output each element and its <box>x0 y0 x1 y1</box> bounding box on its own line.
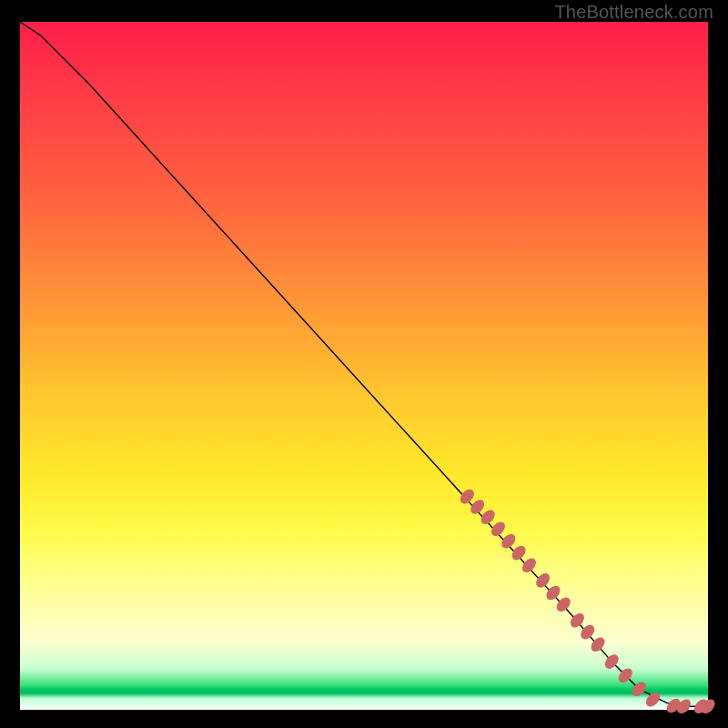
data-marker <box>489 519 508 538</box>
data-marker <box>499 531 518 551</box>
data-marker <box>543 583 562 602</box>
data-marker <box>510 543 529 562</box>
curve-line <box>20 22 708 706</box>
curve-svg <box>20 22 708 710</box>
chart-frame: TheBottleneck.com <box>0 0 728 728</box>
markers-group <box>458 487 718 716</box>
attribution-label: TheBottleneck.com <box>554 2 713 23</box>
plot-area <box>20 22 708 710</box>
data-marker <box>533 571 552 590</box>
data-marker <box>520 555 539 574</box>
